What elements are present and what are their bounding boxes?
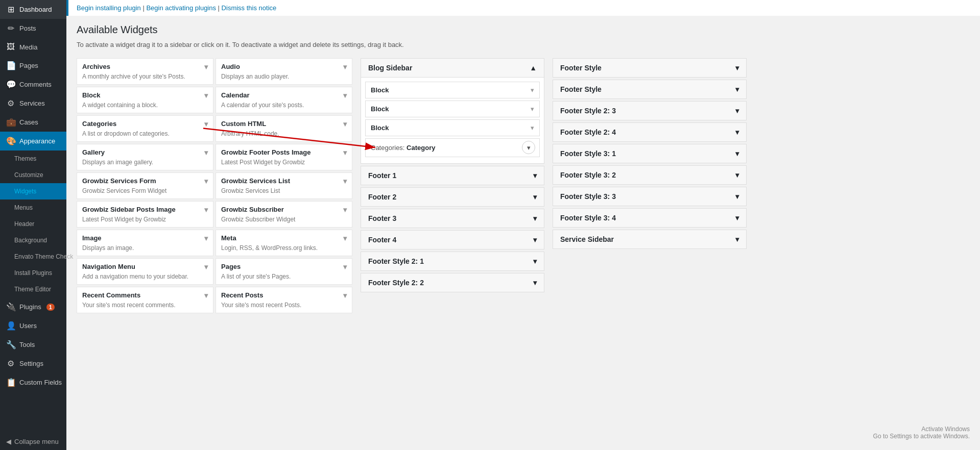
- footer-right-header[interactable]: Footer Style 2: 4 ▾: [553, 123, 746, 141]
- blog-sidebar-column: Blog Sidebar ▲ Block ▾ Block ▾ Block ▾ C…: [361, 58, 544, 294]
- widget-name: Block: [82, 91, 100, 99]
- footer-right-header[interactable]: Footer Style 3: 2 ▾: [553, 166, 746, 184]
- sidebar-item-custom-fields[interactable]: 📋 Custom Fields: [0, 373, 66, 392]
- sidebar-item-plugins[interactable]: 🔌 Plugins 1: [0, 297, 66, 316]
- footer-right-header[interactable]: Service Sidebar ▾: [553, 230, 746, 248]
- widget-item[interactable]: Archives ▾ A monthly archive of your sit…: [77, 58, 213, 85]
- begin-activating-link[interactable]: Begin activating plugins: [146, 4, 216, 12]
- widget-chevron: ▾: [204, 234, 208, 242]
- block-widget-row[interactable]: Block ▾: [365, 101, 540, 117]
- footer-right-chevron: ▾: [735, 64, 739, 72]
- footer-right-title: Footer Style: [560, 64, 602, 72]
- footer-right-header[interactable]: Footer Style ▾: [553, 59, 746, 77]
- blog-sidebar-title: Blog Sidebar: [368, 64, 412, 72]
- footer-panel-header[interactable]: Footer Style 2: 1 ▾: [361, 252, 544, 270]
- widget-item[interactable]: Growbiz Sidebar Posts Image ▾ Latest Pos…: [77, 201, 213, 228]
- blog-sidebar-header[interactable]: Blog Sidebar ▲: [361, 59, 544, 78]
- sidebar-sub-install-plugins[interactable]: Install Plugins: [0, 265, 66, 281]
- footer-panel-header[interactable]: Footer 2 ▾: [361, 188, 544, 206]
- widget-item[interactable]: Gallery ▾ Displays an image gallery.: [77, 144, 213, 170]
- widget-chevron: ▾: [204, 120, 208, 128]
- begin-installing-link[interactable]: Begin installing plugin: [77, 4, 141, 12]
- widget-desc: Displays an image gallery.: [82, 159, 208, 166]
- services-icon: ⚙: [6, 98, 15, 108]
- widget-item[interactable]: Image ▾ Displays an image.: [77, 230, 213, 256]
- sidebar-item-comments[interactable]: 💬 Comments: [0, 75, 66, 94]
- page-title: Available Widgets: [77, 24, 970, 36]
- widget-item[interactable]: Recent Comments ▾ Your site's most recen…: [77, 287, 213, 313]
- sidebar-item-dashboard[interactable]: ⊞ Dashboard: [0, 0, 66, 19]
- widget-item[interactable]: Recent Posts ▾ Your site's most recent P…: [216, 287, 352, 313]
- widget-item[interactable]: Audio ▾ Displays an audio player.: [216, 58, 352, 85]
- widget-name: Calendar: [221, 91, 250, 99]
- footer-panel: Footer 1 ▾: [361, 166, 544, 185]
- footer-panel-header[interactable]: Footer 3 ▾: [361, 209, 544, 228]
- sidebar-item-services[interactable]: ⚙ Services: [0, 94, 66, 113]
- sidebar-item-posts[interactable]: ✏ Posts: [0, 19, 66, 38]
- cases-icon: 💼: [6, 117, 15, 127]
- footer-right-title: Footer Style 3: 2: [560, 171, 616, 179]
- sidebar-item-users[interactable]: 👤 Users: [0, 316, 66, 335]
- footer-panel-chevron: ▾: [533, 214, 537, 222]
- footer-panel-header[interactable]: Footer 4 ▾: [361, 231, 544, 249]
- footer-right-header[interactable]: Footer Style 3: 1 ▾: [553, 144, 746, 163]
- dashboard-icon: ⊞: [6, 5, 15, 14]
- sidebar-item-tools[interactable]: 🔧 Tools: [0, 335, 66, 354]
- sidebar-sub-widgets[interactable]: Widgets: [0, 183, 66, 199]
- categories-expand-button[interactable]: ▾: [522, 141, 535, 154]
- footer-right-header[interactable]: Footer Style ▾: [553, 80, 746, 98]
- sidebar-sub-menus[interactable]: Menus: [0, 199, 66, 216]
- sidebar-item-appearance[interactable]: 🎨 Appearance: [0, 132, 66, 151]
- widgets-layout: Archives ▾ A monthly archive of your sit…: [77, 58, 970, 313]
- footer-panel-chevron: ▾: [533, 171, 537, 180]
- footer-right-title: Footer Style 2: 4: [560, 128, 616, 136]
- available-widgets-panel: Archives ▾ A monthly archive of your sit…: [77, 58, 352, 313]
- widget-name: Growbiz Services Form: [82, 177, 156, 185]
- widget-chevron: ▾: [343, 177, 347, 185]
- footer-right-title: Footer Style 3: 4: [560, 214, 616, 222]
- widget-chevron: ▾: [343, 91, 347, 99]
- collapse-menu-button[interactable]: ◀ Collapse menu: [0, 433, 66, 450]
- block-widget-row[interactable]: Block ▾: [365, 119, 540, 136]
- widget-item[interactable]: Categories ▾ A list or dropdown of categ…: [77, 115, 213, 142]
- widget-item[interactable]: Pages ▾ A list of your site's Pages.: [216, 258, 352, 285]
- footer-right-title: Footer Style 2: 3: [560, 107, 616, 115]
- widget-desc: Login, RSS, & WordPress.org links.: [221, 244, 347, 252]
- sidebar-sub-header[interactable]: Header: [0, 216, 66, 232]
- widget-item[interactable]: Custom HTML ▾ Arbitrary HTML code.: [216, 115, 352, 142]
- sidebar-item-cases[interactable]: 💼 Cases: [0, 113, 66, 132]
- footer-panel: Footer Style 2: 1 ▾: [361, 252, 544, 271]
- block-widget-row[interactable]: Block ▾: [365, 82, 540, 98]
- widget-desc: Latest Post Widget by Growbiz: [82, 216, 208, 223]
- widget-item[interactable]: Block ▾ A widget containing a block.: [77, 87, 213, 113]
- footer-right-header[interactable]: Footer Style 2: 3 ▾: [553, 102, 746, 120]
- widget-item[interactable]: Growbiz Subscriber ▾ Growbiz Subscriber …: [216, 201, 352, 228]
- sidebar-sub-theme-editor[interactable]: Theme Editor: [0, 281, 66, 297]
- sidebar-item-pages[interactable]: 📄 Pages: [0, 56, 66, 75]
- sidebar-sub-customize[interactable]: Customize: [0, 167, 66, 183]
- sidebar-sub-themes[interactable]: Themes: [0, 151, 66, 167]
- sidebar-item-settings[interactable]: ⚙ Settings: [0, 354, 66, 373]
- custom-fields-icon: 📋: [6, 378, 15, 387]
- widget-item[interactable]: Navigation Menu ▾ Add a navigation menu …: [77, 258, 213, 285]
- dismiss-notice-link[interactable]: Dismiss this notice: [222, 4, 277, 12]
- widget-item[interactable]: Meta ▾ Login, RSS, & WordPress.org links…: [216, 230, 352, 256]
- plugins-icon: 🔌: [6, 302, 15, 312]
- footer-right-header[interactable]: Footer Style 3: 3 ▾: [553, 187, 746, 206]
- widget-chevron: ▾: [204, 91, 208, 99]
- footer-right-header[interactable]: Footer Style 3: 4 ▾: [553, 209, 746, 227]
- right-column: Footer Style ▾ Footer Style ▾ Footer Sty…: [553, 58, 747, 251]
- sidebar-item-media[interactable]: 🖼 Media: [0, 38, 66, 56]
- widget-item[interactable]: Calendar ▾ A calendar of your site's pos…: [216, 87, 352, 113]
- footer-panel-chevron: ▾: [533, 193, 537, 201]
- footer-panel-header[interactable]: Footer Style 2: 2 ▾: [361, 273, 544, 292]
- widget-item[interactable]: Growbiz Footer Posts Image ▾ Latest Post…: [216, 144, 352, 170]
- main-content: Begin installing plugin | Begin activati…: [66, 0, 980, 450]
- widget-item[interactable]: Growbiz Services Form ▾ Growbiz Services…: [77, 172, 213, 199]
- widget-item[interactable]: Growbiz Services List ▾ Growbiz Services…: [216, 172, 352, 199]
- sidebar-sub-envato[interactable]: Envato Theme Check: [0, 248, 66, 265]
- widget-desc: A monthly archive of your site's Posts.: [82, 73, 208, 80]
- sidebar-sub-background[interactable]: Background: [0, 232, 66, 248]
- categories-widget-expanded: Categories: Category ▾: [365, 138, 540, 157]
- footer-panel-header[interactable]: Footer 1 ▾: [361, 166, 544, 185]
